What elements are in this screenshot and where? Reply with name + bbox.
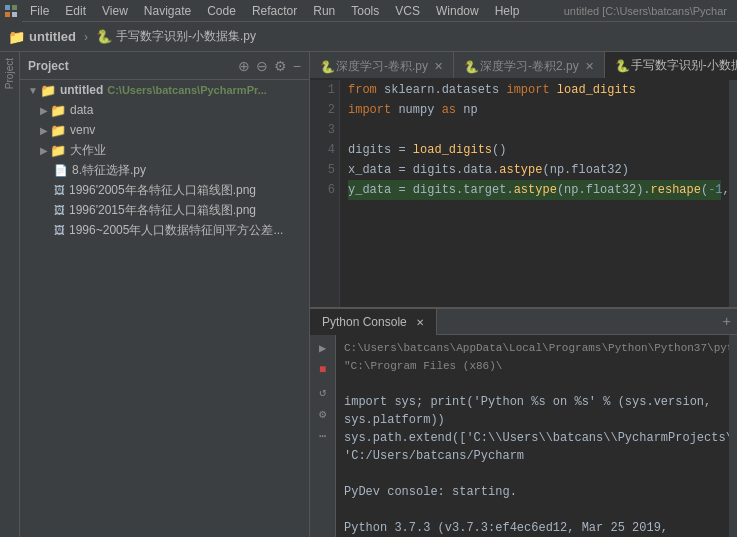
svg-rect-3 bbox=[12, 12, 17, 17]
project-header: Project ⊕ ⊖ ⚙ − bbox=[20, 52, 309, 80]
editor-tabs: 🐍 深度学习-卷积.py ✕ 🐍 深度学习-卷积2.py ✕ 🐍 手写数字识别-… bbox=[310, 52, 737, 80]
tab-label-3: 手写数字识别-小数据集.py bbox=[631, 57, 737, 74]
tree-item-png2[interactable]: 🖼 1996'2015年各特征人口箱线图.png bbox=[20, 200, 309, 220]
tab-close-1[interactable]: ✕ bbox=[434, 60, 443, 73]
root-label: untitled bbox=[60, 83, 103, 97]
tab-shuxie[interactable]: 🐍 手写数字识别-小数据集.py ✕ bbox=[605, 52, 737, 80]
png3-label: 1996~2005年人口数据特征间平方公差... bbox=[69, 222, 283, 239]
console-scrollbar[interactable] bbox=[729, 335, 737, 537]
window-title: untitled [C:\Users\batcans\Pychar bbox=[554, 5, 737, 17]
settings-btn[interactable]: ⚙ bbox=[314, 405, 332, 423]
project-tree: ▼ 📁 untitled C:\Users\batcans\PycharmPr.… bbox=[20, 80, 309, 537]
venv-label: venv bbox=[70, 123, 95, 137]
line-num-3: 3 bbox=[314, 120, 335, 140]
console-line-1: C:\Users\batcans\AppData\Local\Programs\… bbox=[344, 339, 721, 375]
root-arrow: ▼ bbox=[28, 85, 38, 96]
line-num-5: 5 bbox=[314, 160, 335, 180]
menu-window[interactable]: Window bbox=[428, 0, 487, 22]
console-line-5: Python 3.7.3 (v3.7.3:ef4ec6ed12, Mar 25 … bbox=[344, 519, 721, 537]
console-toolbar: ▶ ■ ↺ ⚙ ⋯ bbox=[310, 335, 336, 537]
project-toolbar: ⊕ ⊖ ⚙ − bbox=[238, 58, 301, 74]
menu-edit[interactable]: Edit bbox=[57, 0, 94, 22]
line-num-2: 2 bbox=[314, 100, 335, 120]
left-sidebar-strip: Project bbox=[0, 52, 20, 537]
tree-item-png3[interactable]: 🖼 1996~2005年人口数据特征间平方公差... bbox=[20, 220, 309, 240]
tree-root[interactable]: ▼ 📁 untitled C:\Users\batcans\PycharmPr.… bbox=[20, 80, 309, 100]
console-add-btn[interactable]: + bbox=[717, 309, 737, 334]
project-name: untitled bbox=[29, 29, 76, 44]
project-sidebar-label[interactable]: Project bbox=[4, 52, 15, 95]
menu-refactor[interactable]: Refactor bbox=[244, 0, 305, 22]
tree-item-tezheng[interactable]: 📄 8.特征选择.py bbox=[20, 160, 309, 180]
code-editor: 1 2 3 4 5 6 from sklearn.datasets import… bbox=[310, 80, 737, 307]
data-label: data bbox=[70, 103, 93, 117]
menu-tools[interactable]: Tools bbox=[343, 0, 387, 22]
locate-icon[interactable]: ⊕ bbox=[238, 58, 250, 74]
code-line-4: digits = load_digits() bbox=[348, 140, 721, 160]
img-file-icon3: 🖼 bbox=[54, 224, 65, 236]
minimize-icon[interactable]: − bbox=[293, 58, 301, 74]
console-line-blank3 bbox=[344, 501, 721, 519]
console-output: C:\Users\batcans\AppData\Local\Programs\… bbox=[336, 335, 729, 537]
venv-folder-icon: 📁 bbox=[50, 123, 66, 138]
line-num-6: 6 bbox=[314, 180, 335, 200]
tab-close-2[interactable]: ✕ bbox=[585, 60, 594, 73]
svg-rect-2 bbox=[5, 12, 10, 17]
stop-btn[interactable]: ■ bbox=[314, 361, 332, 379]
menu-code[interactable]: Code bbox=[199, 0, 244, 22]
venv-arrow: ▶ bbox=[40, 125, 48, 136]
img-file-icon2: 🖼 bbox=[54, 204, 65, 216]
console-tab-close[interactable]: ✕ bbox=[416, 317, 424, 328]
file-icon-title: 🐍 bbox=[96, 29, 112, 44]
console-area: Python Console ✕ + ▶ ■ ↺ ⚙ ⋯ C:\Users\ba… bbox=[310, 307, 737, 537]
menu-navigate[interactable]: Navigate bbox=[136, 0, 199, 22]
console-line-blank2 bbox=[344, 465, 721, 483]
project-title: Project bbox=[28, 59, 69, 73]
dazuoye-label: 大作业 bbox=[70, 142, 106, 159]
tab-juanji1[interactable]: 🐍 深度学习-卷积.py ✕ bbox=[310, 52, 454, 80]
menu-view[interactable]: View bbox=[94, 0, 136, 22]
png1-label: 1996'2005年各特征人口箱线图.png bbox=[69, 182, 256, 199]
menu-vcs[interactable]: VCS bbox=[387, 0, 428, 22]
tab-py-icon1: 🐍 bbox=[320, 60, 332, 72]
separator: › bbox=[84, 30, 88, 44]
tab-juanji2[interactable]: 🐍 深度学习-卷积2.py ✕ bbox=[454, 52, 605, 80]
settings-icon[interactable]: ⚙ bbox=[274, 58, 287, 74]
data-folder-icon: 📁 bbox=[50, 103, 66, 118]
titlebar: 📁 untitled › 🐍 手写数字识别-小数据集.py bbox=[0, 22, 737, 52]
tree-item-png1[interactable]: 🖼 1996'2005年各特征人口箱线图.png bbox=[20, 180, 309, 200]
collapse-icon[interactable]: ⊖ bbox=[256, 58, 268, 74]
project-panel: Project ⊕ ⊖ ⚙ − ▼ 📁 untitled C:\Users\ba… bbox=[20, 52, 310, 537]
tab-label-2: 深度学习-卷积2.py bbox=[480, 58, 579, 75]
console-line-4: PyDev console: starting. bbox=[344, 483, 721, 501]
tree-item-data[interactable]: ▶ 📁 data bbox=[20, 100, 309, 120]
code-line-2: import numpy as np bbox=[348, 100, 721, 120]
code-line-1: from sklearn.datasets import load_digits bbox=[348, 80, 721, 100]
tab-py-icon2: 🐍 bbox=[464, 60, 476, 72]
tree-item-dazuoye[interactable]: ▶ 📁 大作业 bbox=[20, 140, 309, 160]
rerun-btn[interactable]: ↺ bbox=[314, 383, 332, 401]
editor-console-area: 🐍 深度学习-卷积.py ✕ 🐍 深度学习-卷积2.py ✕ 🐍 手写数字识别-… bbox=[310, 52, 737, 537]
svg-rect-1 bbox=[12, 5, 17, 10]
console-tabs: Python Console ✕ + bbox=[310, 309, 737, 335]
menu-run[interactable]: Run bbox=[305, 0, 343, 22]
console-tab-python[interactable]: Python Console ✕ bbox=[310, 309, 437, 335]
png2-label: 1996'2015年各特征人口箱线图.png bbox=[69, 202, 256, 219]
tezheng-label: 8.特征选择.py bbox=[72, 162, 146, 179]
code-line-3 bbox=[348, 120, 721, 140]
console-line-blank1 bbox=[344, 375, 721, 393]
code-line-5: x_data = digits.data.astype(np.float32) bbox=[348, 160, 721, 180]
tree-item-venv[interactable]: ▶ 📁 venv bbox=[20, 120, 309, 140]
menu-help[interactable]: Help bbox=[487, 0, 528, 22]
root-folder-icon: 📁 bbox=[40, 83, 56, 98]
dazuoye-arrow: ▶ bbox=[40, 145, 48, 156]
menu-file[interactable]: File bbox=[22, 0, 57, 22]
console-line-3: sys.path.extend(['C:\\Users\\batcans\\Py… bbox=[344, 429, 721, 465]
code-line-6: y_data = digits.target.astype(np.float32… bbox=[348, 180, 721, 200]
options-btn[interactable]: ⋯ bbox=[314, 427, 332, 445]
run-btn[interactable]: ▶ bbox=[314, 339, 332, 357]
editor-scrollbar[interactable] bbox=[729, 80, 737, 307]
dazuoye-folder-icon: 📁 bbox=[50, 143, 66, 158]
tab-label-1: 深度学习-卷积.py bbox=[336, 58, 428, 75]
code-area[interactable]: from sklearn.datasets import load_digits… bbox=[340, 80, 729, 307]
